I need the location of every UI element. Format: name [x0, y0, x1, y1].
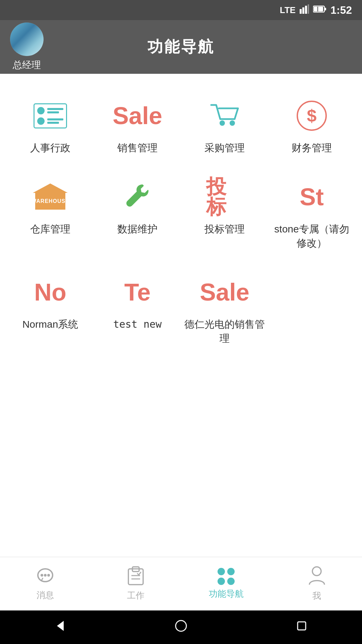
nav-item-funcnav[interactable]: 功能导航 — [181, 557, 272, 610]
person-icon — [308, 566, 326, 587]
warehouse-icon: WAREHOUSE — [34, 183, 67, 210]
testnew-icon-wrapper: Te — [119, 274, 156, 311]
sales-icon-text: Sale — [113, 104, 162, 128]
svg-point-18 — [312, 567, 321, 576]
finance-label: 财务管理 — [292, 141, 332, 155]
svg-rect-5 — [324, 8, 326, 10]
avatar — [10, 22, 44, 56]
bid-label: 投标管理 — [204, 222, 245, 236]
svg-point-13 — [47, 574, 50, 577]
svg-point-8 — [220, 120, 225, 126]
hr-icon — [34, 103, 67, 128]
norman-icon-text: No — [34, 280, 66, 304]
time-display: 1:52 — [330, 4, 352, 16]
grid-item-finance[interactable]: $ 财务管理 — [268, 87, 355, 168]
header: 总经理 功能导航 — [0, 20, 362, 74]
norman-icon-wrapper: No — [32, 274, 69, 311]
main-content: 人事行政 Sale 销售管理 采购管理 — [0, 74, 362, 557]
page-title: 功能导航 — [147, 37, 215, 57]
hr-icon-wrapper — [32, 97, 69, 134]
svg-point-11 — [41, 574, 43, 577]
purchase-label: 采购管理 — [204, 141, 245, 155]
svg-rect-6 — [314, 7, 323, 11]
sales-icon-wrapper: Sale — [119, 97, 156, 134]
data-label: 数据维护 — [117, 222, 158, 236]
testnew-icon-text: Te — [124, 280, 151, 304]
user-section: 总经理 — [10, 22, 44, 71]
battery-icon — [313, 5, 326, 15]
nav-label-messages: 消息 — [37, 589, 54, 601]
user-label: 总经理 — [13, 59, 41, 71]
svg-rect-2 — [305, 6, 307, 14]
stone-icon-text: St — [300, 185, 324, 209]
testnew-label: test new — [113, 317, 162, 331]
chat-icon — [36, 567, 55, 587]
derensales-icon-text: Sale — [200, 280, 249, 304]
derensales-label: 德仁光电的销售管理 — [184, 317, 265, 345]
svg-rect-21 — [298, 622, 306, 630]
grid-item-derensales[interactable]: Sale 德仁光电的销售管理 — [181, 264, 268, 359]
back-button[interactable] — [54, 619, 67, 636]
home-button[interactable] — [174, 619, 188, 636]
grid-item-norman[interactable]: No Norman系统 — [7, 264, 94, 359]
warehouse-label: 仓库管理 — [30, 222, 70, 236]
nav-label-me: 我 — [312, 590, 321, 602]
finance-icon-wrapper: $ — [293, 97, 330, 134]
norman-label: Norman系统 — [22, 317, 78, 331]
status-bar: LTE 1:52 — [0, 0, 362, 20]
grid-item-warehouse[interactable]: WAREHOUSE 仓库管理 — [7, 168, 94, 264]
bottom-nav: 消息 工作 功能导航 我 — [0, 557, 362, 610]
svg-point-20 — [176, 621, 186, 631]
wrench-icon — [124, 183, 151, 211]
grid-item-sales[interactable]: Sale 销售管理 — [94, 87, 181, 168]
dollar-icon: $ — [297, 101, 327, 131]
android-nav — [0, 610, 362, 644]
network-icon: LTE — [280, 5, 296, 15]
svg-marker-19 — [57, 621, 64, 631]
sales-label: 销售管理 — [117, 141, 158, 155]
grid-dots-icon — [218, 568, 235, 585]
warehouse-icon-wrapper: WAREHOUSE — [32, 178, 69, 215]
grid-item-stone[interactable]: St stone专属（请勿修改） — [268, 168, 355, 264]
nav-item-me[interactable]: 我 — [272, 557, 362, 610]
grid-item-empty — [268, 264, 355, 359]
signal-icon — [300, 4, 309, 16]
svg-point-12 — [44, 574, 47, 577]
work-icon — [127, 566, 144, 587]
grid-item-testnew[interactable]: Te test new — [94, 264, 181, 359]
feature-grid: 人事行政 Sale 销售管理 采购管理 — [7, 87, 355, 359]
bid-icon-wrapper: 投标 — [206, 178, 243, 215]
svg-rect-3 — [308, 4, 309, 14]
stone-label: stone专属（请勿修改） — [272, 222, 352, 250]
data-icon-wrapper — [119, 178, 156, 215]
grid-item-data[interactable]: 数据维护 — [94, 168, 181, 264]
grid-item-bid[interactable]: 投标 投标管理 — [181, 168, 268, 264]
grid-item-hr[interactable]: 人事行政 — [7, 87, 94, 168]
cart-icon — [209, 102, 240, 130]
status-icons: LTE 1:52 — [280, 4, 352, 16]
hr-label: 人事行政 — [30, 141, 70, 155]
nav-label-work: 工作 — [127, 590, 144, 601]
svg-rect-1 — [302, 7, 304, 14]
derensales-icon-wrapper: Sale — [206, 274, 243, 311]
svg-rect-0 — [300, 9, 302, 14]
nav-label-funcnav: 功能导航 — [209, 588, 244, 600]
nav-item-work[interactable]: 工作 — [90, 557, 181, 610]
stone-icon-wrapper: St — [293, 178, 330, 215]
grid-item-purchase[interactable]: 采购管理 — [181, 87, 268, 168]
bid-icon-text: 投标 — [206, 177, 243, 217]
nav-item-messages[interactable]: 消息 — [0, 557, 90, 610]
purchase-icon-wrapper — [206, 97, 243, 134]
recents-button[interactable] — [295, 619, 308, 636]
svg-point-9 — [230, 120, 235, 126]
